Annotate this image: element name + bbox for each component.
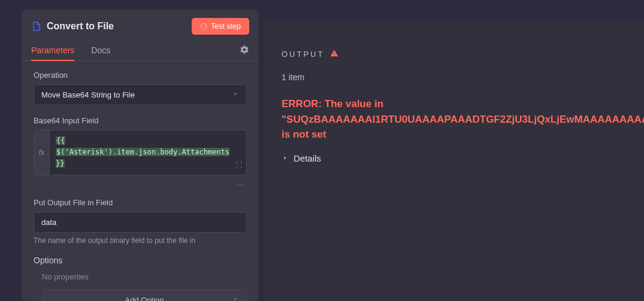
chevron-down-icon	[232, 296, 239, 301]
panel-header: Convert to File Test step	[22, 10, 259, 41]
code-open: {{	[56, 136, 65, 145]
operation-select[interactable]: Move Base64 String to File	[34, 84, 247, 105]
code-body: $('Asterisk').item.json.body.Attachments…	[56, 148, 229, 168]
warning-icon	[330, 49, 338, 59]
output-field-input[interactable]	[34, 212, 247, 233]
item-count: 1 item	[282, 72, 644, 82]
base64-input[interactable]: {{ $('Asterisk').item.json.body.Attachme…	[49, 130, 247, 175]
operation-label: Operation	[34, 71, 247, 80]
details-toggle[interactable]: Details	[282, 153, 321, 163]
output-field-help: The name of the output binary field to p…	[34, 236, 247, 245]
tabs-row: Parameters Docs	[22, 41, 259, 61]
test-step-label: Test step	[211, 22, 241, 31]
chevron-right-icon	[282, 153, 289, 163]
panel-body: Operation Move Base64 String to File Bas…	[22, 61, 259, 301]
gear-icon[interactable]	[240, 45, 249, 56]
options-label: Options	[34, 256, 247, 265]
base64-input-wrap: fx {{ $('Asterisk').item.json.body.Attac…	[34, 130, 247, 175]
chevron-down-icon	[232, 90, 239, 99]
ellipsis-menu[interactable]: …	[34, 178, 247, 187]
fx-icon[interactable]: fx	[34, 130, 49, 175]
error-line-2: "SUQzBAAAAAAAI1RTU0UAAAAPAAADTGF2ZjU3LjQ…	[282, 112, 644, 127]
add-option-label: Add Option	[125, 296, 164, 301]
error-message: ERROR: The value in "SUQzBAAAAAAAI1RTU0U…	[282, 96, 644, 142]
output-title: OUTPUT	[282, 50, 324, 59]
error-line-3: is not set	[282, 127, 644, 142]
base64-label: Base64 Input Field	[34, 116, 247, 125]
expand-icon[interactable]	[235, 160, 243, 172]
details-label: Details	[294, 153, 321, 163]
error-line-1: ERROR: The value in	[282, 96, 644, 112]
output-field-label: Put Output File in Field	[34, 198, 247, 207]
panel-title: Convert to File	[31, 21, 114, 32]
tabs: Parameters Docs	[31, 41, 240, 60]
tab-docs[interactable]: Docs	[91, 41, 110, 61]
add-option-button[interactable]: Add Option	[42, 290, 247, 301]
test-step-button[interactable]: Test step	[192, 18, 249, 35]
output-header: OUTPUT	[282, 49, 644, 59]
file-icon	[31, 21, 42, 32]
no-properties-text: No properties	[34, 272, 247, 281]
tab-parameters[interactable]: Parameters	[31, 41, 74, 61]
panel-title-text: Convert to File	[47, 21, 114, 32]
operation-value: Move Base64 String to File	[41, 90, 135, 99]
node-configuration-panel: Convert to File Test step Parameters Doc…	[22, 10, 259, 301]
spinner-icon	[200, 23, 207, 30]
output-pane: OUTPUT 1 item ERROR: The value in "SUQzB…	[265, 22, 644, 301]
svg-point-0	[201, 24, 206, 29]
